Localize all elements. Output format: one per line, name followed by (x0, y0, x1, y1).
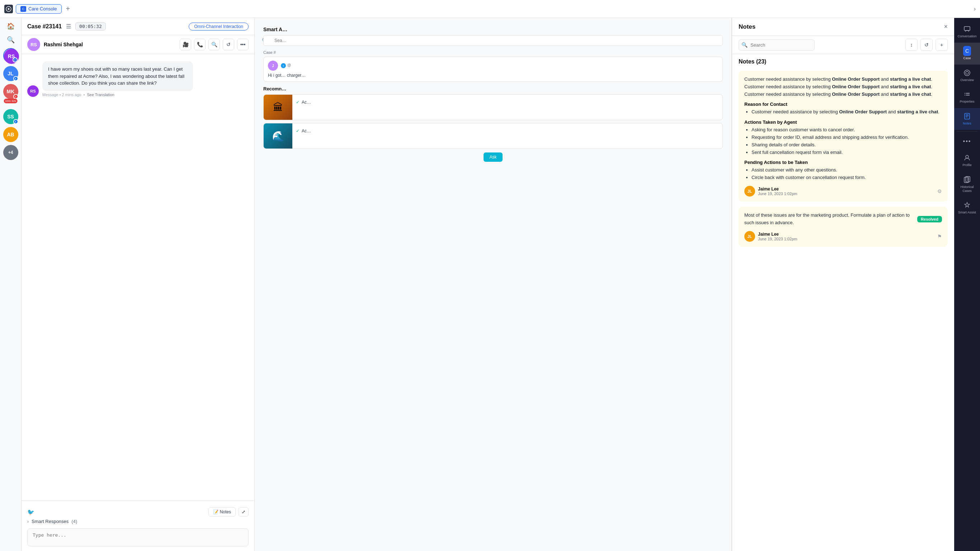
recommend-card-1: 🏛 ✓ Ac… (263, 94, 723, 120)
sidebar-item-smartassist[interactable]: Smart Assist (954, 197, 980, 219)
action-icons: 🎥 📞 🔍 ↺ ••• (180, 39, 248, 50)
add-tab-button[interactable]: + (65, 5, 72, 13)
type-here-input[interactable] (27, 529, 248, 546)
see-translation-link[interactable]: See Translation (87, 92, 114, 97)
notes-btn-icon: 📝 (213, 510, 218, 514)
avatar-sidebar: 🏠 🔍 RS f JL f MK ! 10m 32s SS f AB (0, 18, 22, 551)
sidebar-item-conversation[interactable]: Conversation (954, 21, 980, 43)
note-card-1: Customer needed assistance by selecting … (738, 71, 948, 202)
notes-count-row: Notes (23) (732, 54, 954, 66)
note1-reason-list: Customer needed assistance by selecting … (745, 108, 942, 116)
chat-panel: Case #23141 ☰ 00:05:32 Omni-Channel Inte… (22, 18, 255, 551)
notes-add-btn[interactable]: + (935, 39, 948, 51)
chat-messages: RS I have worn my shoes out with so many… (22, 54, 255, 500)
agent-name: Rashmi Shehgal (44, 41, 83, 47)
notes-search-icon: 🔍 (741, 42, 748, 48)
sidebar-item-profile[interactable]: Profile (954, 150, 980, 172)
notes-body: Customer needed assistance by selecting … (732, 66, 954, 551)
overview-label: Overview (960, 78, 974, 82)
properties-label: Properties (959, 100, 974, 104)
note2-resolved-row: Most of these issues are for the marketi… (745, 212, 942, 227)
ask-button[interactable]: Ask (484, 153, 502, 162)
case-card: J t @ Hi i got… charger… (263, 57, 723, 82)
note1-actions-title: Actions Taken by Agent (745, 119, 942, 125)
recommend-title: Recomn… (263, 86, 723, 91)
note2-date: June 19, 2023 1:02pm (758, 237, 797, 241)
search-icon[interactable]: 🔍 (5, 34, 16, 45)
note2-avatar: JL (745, 231, 755, 242)
overview-icon (963, 69, 971, 77)
note1-action1: Asking for reason customer wants to canc… (751, 126, 942, 134)
profile-icon (963, 154, 971, 162)
right-icon-sidebar: Conversation C Case Overview (954, 18, 980, 551)
phone-btn[interactable]: 📞 (194, 39, 205, 50)
case-message-preview: Hi i got… charger… (268, 73, 718, 78)
sidebar-item-overview[interactable]: Overview (954, 65, 980, 86)
notes-sidebar-label: Notes (963, 122, 971, 126)
expand-chat-btn[interactable]: ⤢ (239, 507, 248, 517)
avatar-ss[interactable]: SS f (3, 109, 18, 124)
notes-sort-btn[interactable]: ↕ (905, 39, 918, 51)
check-icon-2: ✓ (296, 128, 299, 134)
chat-subheader: RS Rashmi Shehgal 🎥 📞 🔍 ↺ ••• (22, 35, 255, 54)
note2-author: Jaime Lee (758, 232, 797, 237)
smart-assist-icon (963, 201, 971, 209)
action-row-1: ✓ Ac… (296, 100, 719, 105)
sidebar-item-notes[interactable]: Notes (954, 108, 980, 130)
avatar-ab[interactable]: AB (3, 127, 18, 142)
video-call-btn[interactable]: 🎥 (180, 39, 191, 50)
recommend-body-2: ✓ Ac… (292, 123, 722, 148)
check-icon: ✓ (296, 100, 299, 105)
case-status-icons: @ (287, 63, 291, 68)
historical-icon (963, 176, 971, 184)
case-card-section: Case # J t @ Hi i got… charger… (259, 50, 727, 82)
note1-author-info: Jaime Lee June 19, 2023 1:02pm (758, 186, 797, 196)
care-console-tab[interactable]: C Care Console (16, 4, 62, 14)
svg-point-5 (966, 155, 969, 158)
note1-action3: Sharing details of order details. (751, 141, 942, 149)
note2-footer: JL Jaime Lee June 19, 2023 1:02pm ⚑ (745, 231, 942, 242)
case-card-agent: J t @ (268, 61, 718, 71)
note2-flag-icon[interactable]: ⚑ (937, 234, 942, 239)
note1-avatar: JL (745, 186, 755, 197)
search-btn[interactable]: 🔍 (208, 39, 220, 50)
refresh-btn[interactable]: ↺ (223, 39, 234, 50)
profile-label: Profile (963, 163, 972, 167)
case-menu-icon[interactable]: ☰ (66, 23, 71, 30)
sidebar-item-case[interactable]: C Case (954, 43, 980, 65)
notes-search-input[interactable] (738, 40, 815, 51)
note1-settings-icon[interactable]: ⚙ (937, 188, 942, 194)
smart-responses-label: Smart Responses (32, 519, 68, 524)
avatar-jl[interactable]: JL f (3, 66, 18, 81)
expand-icon[interactable]: › (974, 6, 976, 12)
note1-actions-list: Asking for reason customer wants to canc… (745, 126, 942, 156)
home-icon[interactable]: 🏠 (5, 21, 16, 32)
sidebar-item-more[interactable]: ••• (954, 133, 980, 150)
chevron-right-icon: › (27, 519, 29, 524)
app-logo (4, 5, 13, 13)
case-timer: 00:05:32 (75, 22, 106, 30)
message-text: I have worn my shoes out with so many ra… (48, 66, 185, 86)
more-btn[interactable]: ••• (237, 39, 248, 50)
avatar-mk[interactable]: MK ! 10m 32s (3, 84, 18, 99)
case-icon: C (963, 47, 971, 55)
message-row: RS I have worn my shoes out with so many… (27, 61, 248, 97)
sidebar-item-historical[interactable]: Historical Cases (954, 172, 980, 197)
notes-refresh-btn[interactable]: ↺ (920, 39, 933, 51)
avatar-timer: 10m 32s (3, 99, 18, 104)
smart-responses-row[interactable]: › Smart Responses (4) (27, 517, 248, 526)
smart-search-input[interactable] (263, 35, 723, 46)
conversation-label: Conversation (958, 34, 977, 38)
avatar-rashmi[interactable]: RS f (3, 48, 18, 63)
sidebar-item-properties[interactable]: Properties (954, 86, 980, 108)
notes-search-wrapper: 🔍 (738, 40, 902, 51)
notes-header: Notes × (732, 18, 954, 36)
omni-channel-badge[interactable]: Omni-Channel Interaction (189, 22, 248, 30)
notes-panel-title: Notes (738, 23, 756, 30)
notes-button[interactable]: 📝 Notes (208, 507, 235, 517)
notes-close-button[interactable]: × (944, 23, 948, 30)
case-label: Case (963, 56, 970, 60)
avatar-plus4[interactable]: +4 (3, 145, 18, 160)
conversation-icon (963, 25, 971, 33)
note2-text: Most of these issues are for the marketi… (745, 212, 914, 227)
